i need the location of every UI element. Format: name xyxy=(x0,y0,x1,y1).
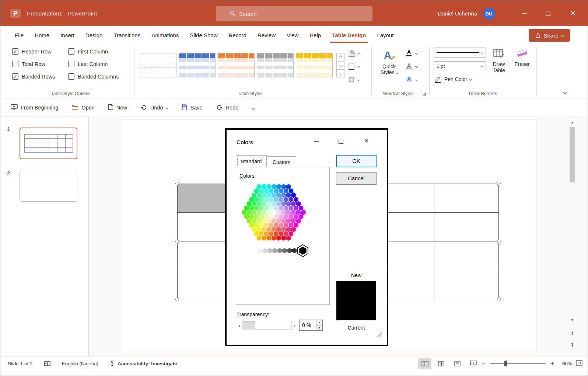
eraser-button[interactable]: Eraser xyxy=(512,48,532,67)
slide-thumbnail-2[interactable] xyxy=(20,171,77,202)
gallery-scroll-down-button[interactable] xyxy=(336,61,344,69)
ribbon-tab-record[interactable]: Record xyxy=(223,26,252,44)
qat-redo-button[interactable]: Redo xyxy=(216,104,239,111)
scroll-down-button[interactable]: ▼ xyxy=(569,317,575,323)
ribbon-tab-transitions[interactable]: Transitions xyxy=(108,26,146,44)
zoom-percentage[interactable]: 60% xyxy=(556,361,572,366)
shading-button[interactable] xyxy=(347,48,367,59)
palette-hex[interactable] xyxy=(271,235,276,241)
table-handle-top-right[interactable] xyxy=(497,182,501,185)
ribbon-tab-table-design[interactable]: Table Design xyxy=(326,26,371,44)
palette-hex[interactable] xyxy=(287,248,292,253)
palette-hex[interactable] xyxy=(267,248,272,253)
table-style-medium-blue[interactable] xyxy=(179,53,216,77)
text-effects-button[interactable]: A xyxy=(406,74,425,85)
dialog-maximize-icon[interactable] xyxy=(339,139,343,144)
dialog-minimize-icon[interactable] xyxy=(314,141,319,142)
language-button[interactable]: English (Nigeria) xyxy=(62,361,99,366)
table-cell[interactable] xyxy=(434,241,498,270)
palette-hex[interactable] xyxy=(282,248,287,253)
quick-styles-button[interactable]: A Quick Styles xyxy=(377,48,401,75)
transparency-slider[interactable]: ‹ › xyxy=(237,321,298,330)
qat-save-button[interactable]: Save xyxy=(181,104,203,111)
close-button[interactable]: ✕ xyxy=(561,0,585,26)
palette-hex[interactable] xyxy=(292,248,297,253)
qat-undo-button[interactable]: Undo xyxy=(140,104,168,111)
ribbon-tab-layout[interactable]: Layout xyxy=(371,26,399,44)
palette-hex[interactable] xyxy=(299,246,307,255)
palette-hex[interactable] xyxy=(281,235,286,241)
next-slide-button[interactable]: ▼▼ xyxy=(569,340,575,350)
spin-up-icon[interactable]: ▲ xyxy=(316,320,322,325)
checkbox-box[interactable]: ✓ xyxy=(12,73,18,80)
table-handle-mid-left[interactable] xyxy=(175,240,179,243)
pen-color-button[interactable]: Pen Color xyxy=(434,76,472,83)
ok-button[interactable]: OK xyxy=(336,155,377,167)
transparency-spinbox[interactable]: 0 % ▲▼ xyxy=(299,320,323,331)
palette-hex[interactable] xyxy=(277,248,282,253)
dialog-close-icon[interactable]: ✕ xyxy=(364,137,369,145)
ribbon-tab-review[interactable]: Review xyxy=(252,26,281,44)
ribbon-tab-home[interactable]: Home xyxy=(29,26,55,44)
palette-hex[interactable] xyxy=(258,248,262,253)
table-handle-mid-right[interactable] xyxy=(497,240,501,243)
dialog-resize-grip[interactable] xyxy=(376,331,382,337)
ribbon-tab-design[interactable]: Design xyxy=(80,26,108,44)
checkbox-header-row[interactable]: ✓Header Row xyxy=(12,48,68,55)
vertical-scrollbar[interactable]: ▲ ▼ ▲▲ ▼▼ xyxy=(569,119,575,355)
table-cell[interactable] xyxy=(434,184,498,213)
effects-button[interactable] xyxy=(347,74,367,85)
table-handle-top-left[interactable] xyxy=(175,182,179,185)
table-handle-bottom-left[interactable] xyxy=(175,297,179,301)
qat-open-button[interactable]: Open xyxy=(71,104,94,111)
reading-view-button[interactable] xyxy=(451,358,464,369)
fit-to-window-button[interactable] xyxy=(576,360,582,367)
share-button[interactable]: Share xyxy=(529,29,570,42)
slider-track[interactable] xyxy=(242,321,292,330)
chevron-down-icon[interactable] xyxy=(165,106,168,109)
table-cell[interactable] xyxy=(434,270,498,299)
text-outline-button[interactable]: A xyxy=(406,61,425,72)
slider-right-arrow-icon[interactable]: › xyxy=(292,321,298,330)
scroll-up-button[interactable]: ▲ xyxy=(569,119,575,126)
ribbon-tab-animations[interactable]: Animations xyxy=(146,26,184,44)
palette-hex[interactable] xyxy=(256,235,261,241)
palette-hex[interactable] xyxy=(286,235,291,241)
checkbox-box[interactable] xyxy=(12,61,18,67)
ribbon-tab-help[interactable]: Help xyxy=(304,26,326,44)
table-cell[interactable] xyxy=(434,213,498,241)
cancel-button[interactable]: Cancel xyxy=(336,172,377,185)
zoom-out-button[interactable]: − xyxy=(480,360,487,367)
checkbox-box[interactable] xyxy=(68,61,74,67)
qat-from-beginning-button[interactable]: From Beginning xyxy=(11,104,58,111)
spin-down-icon[interactable]: ▼ xyxy=(316,325,322,331)
user-name[interactable]: Daniel Uchenna xyxy=(438,0,477,26)
gallery-scroll-up-button[interactable] xyxy=(336,53,344,61)
checkbox-banded-rows[interactable]: ✓Banded Rows xyxy=(12,73,68,80)
checkbox-last-column[interactable]: Last Column xyxy=(68,61,133,67)
zoom-slider-thumb[interactable] xyxy=(504,361,507,366)
previous-slide-button[interactable]: ▲▲ xyxy=(569,328,575,338)
table-style-medium-gray[interactable] xyxy=(257,53,294,77)
search-input[interactable]: Search xyxy=(216,6,372,21)
ribbon-tab-view[interactable]: View xyxy=(281,26,304,44)
palette-hex[interactable] xyxy=(266,235,271,241)
palette-hex[interactable] xyxy=(262,248,267,253)
ribbon-tab-file[interactable]: File xyxy=(9,26,29,44)
palette-hex[interactable] xyxy=(272,248,277,253)
slide-indicator[interactable]: Slide 1 of 2 xyxy=(8,361,33,366)
table-style-table-grid-plain[interactable] xyxy=(140,53,176,77)
slide-sorter-view-button[interactable] xyxy=(434,358,448,369)
palette-hex[interactable] xyxy=(276,235,281,241)
slideshow-view-button[interactable] xyxy=(467,358,480,369)
slider-thumb[interactable] xyxy=(243,321,255,329)
table-handle-bottom-right[interactable] xyxy=(497,297,501,301)
wordart-dialog-launcher-icon[interactable] xyxy=(423,92,427,96)
checkbox-total-row[interactable]: Total Row xyxy=(12,61,68,67)
zoom-slider[interactable] xyxy=(490,363,546,364)
checkbox-box[interactable] xyxy=(68,48,74,55)
gallery-more-button[interactable] xyxy=(336,69,344,77)
slide-thumbnail-1[interactable] xyxy=(20,128,77,159)
customize-qat-button[interactable] xyxy=(252,106,255,109)
tab-standard[interactable]: Standard xyxy=(236,155,267,167)
